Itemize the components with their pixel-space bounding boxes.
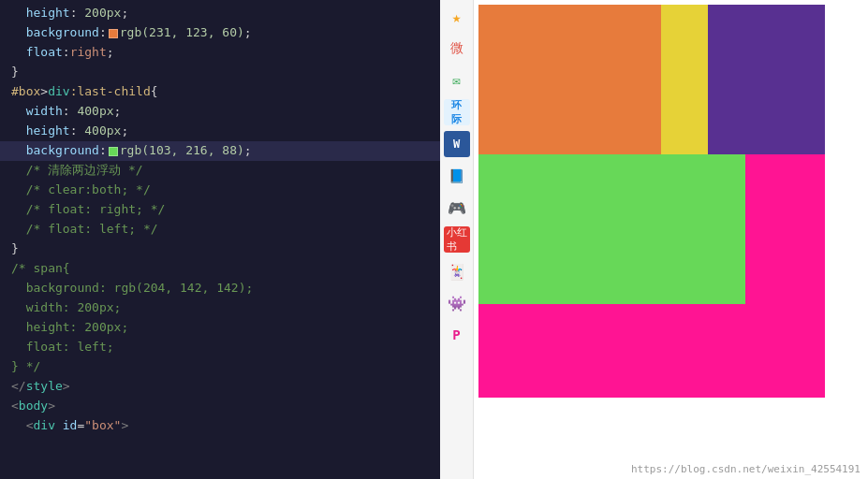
code-line: /* 清除两边浮动 */ <box>0 161 440 181</box>
footer-url: https://blog.csdn.net/weixin_42554191 <box>631 463 861 475</box>
code-token: float <box>11 43 63 63</box>
code-line: height: 200px; <box>0 4 440 23</box>
code-token: "box" <box>84 416 121 436</box>
code-token: } */ <box>11 357 40 377</box>
code-token: /* float: left; */ <box>11 220 158 240</box>
code-token: { <box>151 82 158 102</box>
block-orange <box>478 5 661 154</box>
code-token: id <box>55 416 77 436</box>
preview-footer: https://blog.csdn.net/weixin_42554191 <box>631 463 861 475</box>
code-token: : <box>63 102 78 122</box>
code-token: background: rgb(204, 142, 142); <box>11 279 253 298</box>
code-token: float: left; <box>11 338 114 357</box>
code-token: right <box>70 43 107 63</box>
code-token: > <box>121 416 128 436</box>
code-token: div <box>48 82 69 102</box>
code-token: rgb(103, 216, 88) <box>120 141 244 161</box>
code-token: body <box>19 397 48 416</box>
code-token: > <box>40 82 48 102</box>
code-token: : <box>99 141 107 161</box>
code-line: #box>div:last-child{ <box>0 82 440 102</box>
code-token: ; <box>121 122 128 141</box>
code-token: style <box>26 377 63 397</box>
code-token: > <box>63 377 70 397</box>
code-token: background <box>11 141 99 161</box>
sidebar-icon-huanjing[interactable]: 环际 <box>444 99 470 125</box>
code-line: } */ <box>0 357 440 377</box>
sidebar-icon-weibo[interactable]: 微 <box>444 36 470 62</box>
code-line: float:right; <box>0 43 440 63</box>
sidebar-icon-game3[interactable]: 👾 <box>444 290 470 316</box>
code-token: > <box>48 397 55 416</box>
code-token: : <box>63 43 70 63</box>
code-token: ; <box>244 23 252 43</box>
code-token: div <box>33 416 54 436</box>
code-line: } <box>0 63 440 82</box>
code-token: #box <box>11 82 40 102</box>
code-token: ; <box>107 43 114 63</box>
code-token: 400px <box>84 122 121 141</box>
code-token: } <box>11 63 19 82</box>
code-line: /* span{ <box>0 259 440 279</box>
sidebar-icon-email[interactable]: ✉ <box>444 67 470 94</box>
sidebar-icon-game1[interactable]: 🎮 <box>444 195 470 221</box>
code-line: width: 200px; <box>0 298 440 318</box>
demo-layout <box>478 5 825 398</box>
sidebar-icon-app3[interactable]: 小红书 <box>444 226 470 253</box>
code-line: background:rgb(231, 123, 60); <box>0 23 440 43</box>
demo-row2 <box>478 154 825 304</box>
code-line: height: 400px; <box>0 122 440 141</box>
code-token: /* clear:both; */ <box>11 181 151 200</box>
block-yellow <box>661 5 708 154</box>
code-token: } <box>11 240 19 259</box>
browser-panel: ★ 微 ✉ 环际 W 📘 🎮 小红书 🃏 👾 P <box>440 0 868 479</box>
preview-area: https://blog.csdn.net/weixin_42554191 <box>474 0 868 479</box>
code-token: background <box>11 23 99 43</box>
code-token: height <box>11 4 70 23</box>
code-token: : <box>70 122 85 141</box>
color-swatch <box>109 29 118 38</box>
code-token: /* span{ <box>11 259 70 279</box>
code-token: /* 清除两边浮动 */ <box>11 161 143 181</box>
code-token: 200px <box>84 4 121 23</box>
code-line: width: 400px; <box>0 102 440 122</box>
sidebar-icon-app2[interactable]: 📘 <box>444 163 470 189</box>
code-token: = <box>77 416 84 436</box>
code-token: ; <box>244 141 252 161</box>
code-token: height: 200px; <box>11 318 128 338</box>
code-line: /* float: right; */ <box>0 200 440 220</box>
code-token: : <box>99 23 107 43</box>
sidebar-icon-star[interactable]: ★ <box>444 4 470 30</box>
code-token: < <box>11 397 19 416</box>
code-token: :last-child <box>70 82 151 102</box>
color-swatch <box>109 147 118 156</box>
code-editor: height: 200px; background:rgb(231, 123, … <box>0 0 440 479</box>
code-line: } <box>0 240 440 259</box>
code-token: height <box>11 122 70 141</box>
code-token: 400px <box>77 102 113 122</box>
code-line: /* clear:both; */ <box>0 181 440 200</box>
code-token: /* float: right; */ <box>11 200 165 220</box>
code-token: width <box>11 102 63 122</box>
sidebar-icon-word[interactable]: W <box>444 131 470 157</box>
code-token: </ <box>11 377 26 397</box>
sidebar-icon-game2[interactable]: 🃏 <box>444 258 470 284</box>
code-content: height: 200px; background:rgb(231, 123, … <box>0 0 440 440</box>
code-line: <body> <box>0 397 440 416</box>
code-token: < <box>11 416 33 436</box>
code-line: float: left; <box>0 338 440 357</box>
block-pink-right <box>745 154 825 304</box>
code-token: rgb(231, 123, 60) <box>120 23 244 43</box>
demo-row1 <box>478 5 825 154</box>
browser-sidebar: ★ 微 ✉ 环际 W 📘 🎮 小红书 🃏 👾 P <box>440 0 474 479</box>
code-token: ; <box>114 102 122 122</box>
block-purple <box>708 5 825 154</box>
block-pink-bottom <box>478 304 825 398</box>
block-green <box>478 154 745 304</box>
sidebar-icon-p[interactable]: P <box>444 322 470 348</box>
code-token: : <box>70 4 85 23</box>
code-line: height: 200px; <box>0 318 440 338</box>
code-token: width: 200px; <box>11 298 121 318</box>
code-line: /* float: left; */ <box>0 220 440 240</box>
code-line: background: rgb(204, 142, 142); <box>0 279 440 298</box>
